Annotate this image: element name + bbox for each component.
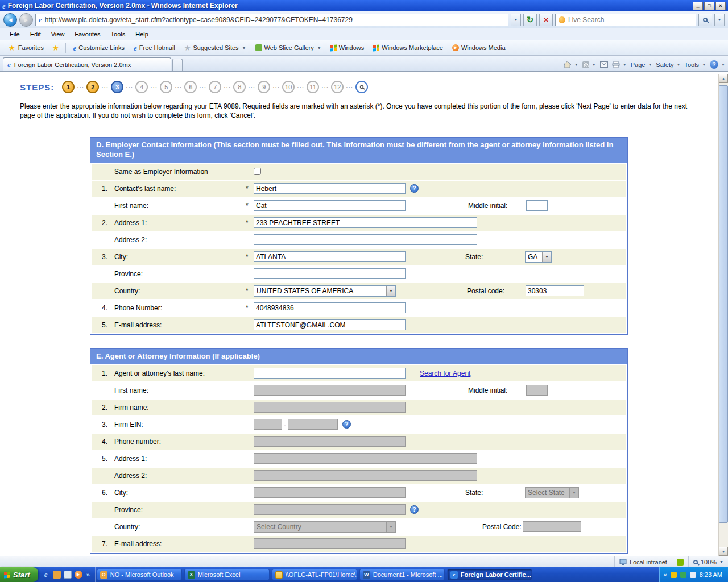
start-button[interactable]: Start xyxy=(0,567,38,582)
live-search-icon xyxy=(559,16,565,23)
tray-icon-3[interactable] xyxy=(690,572,696,578)
tray-expand-chevron[interactable]: « xyxy=(664,571,667,578)
form-row-agent-email: 7. E-mail address: xyxy=(92,536,626,552)
section-d-header: D. Employer Contact Information (This se… xyxy=(90,138,627,163)
required-asterisk: * xyxy=(246,202,254,210)
favorites-link-customize-links[interactable]: e Customize Links xyxy=(69,43,129,53)
search-go-button[interactable] xyxy=(698,14,712,26)
menu-help[interactable]: Help xyxy=(130,30,154,39)
favorites-link-windows-marketplace[interactable]: Windows Marketplace xyxy=(369,43,448,53)
menu-view[interactable]: View xyxy=(46,30,70,39)
step-separator xyxy=(150,84,158,90)
page-menu-button[interactable]: Page ▼ xyxy=(631,61,652,68)
home-button[interactable]: ▼ xyxy=(563,61,578,68)
tab-foreign-labor-certification[interactable]: e Foreign Labor Certification, Version 2… xyxy=(3,57,171,71)
tray-icon-2[interactable] xyxy=(680,572,686,578)
scrollbar-thumb[interactable] xyxy=(719,85,728,523)
taskbar-button-word[interactable]: W Document1 - Microsoft ... xyxy=(359,569,445,580)
address2-input[interactable] xyxy=(254,234,477,245)
help-icon[interactable]: ? xyxy=(410,184,419,193)
country-select[interactable]: UNITED STATES OF AMERICA ▼ xyxy=(254,285,396,297)
feeds-button[interactable]: ▼ xyxy=(582,61,596,68)
section-d-body: Same as Employer Information 1. Contact'… xyxy=(90,163,627,333)
tray-icon-1[interactable] xyxy=(671,572,677,578)
stop-button[interactable]: × xyxy=(539,14,553,26)
tools-menu-button[interactable]: Tools ▼ xyxy=(684,61,706,68)
safety-menu-button[interactable]: Safety ▼ xyxy=(656,61,680,68)
favorites-link-web-slice-gallery[interactable]: Web Slice Gallery ▼ xyxy=(251,43,326,53)
favorites-link-suggested-sites[interactable]: ★ Suggested Sites ▼ xyxy=(180,43,251,53)
forward-button[interactable]: ▶ xyxy=(19,13,33,27)
required-asterisk: * xyxy=(246,185,254,193)
taskbar-button-explorer-folder[interactable]: \\OFLC-ATL-FP01\Home\... xyxy=(272,569,357,580)
minimize-button[interactable]: _ xyxy=(693,2,703,10)
read-mail-button[interactable] xyxy=(600,61,608,68)
new-tab-button[interactable] xyxy=(172,59,183,71)
step-9: 9 xyxy=(258,81,270,93)
contact-first-name-input[interactable] xyxy=(254,200,406,211)
address-input[interactable]: e http://www.plc.doleta.gov/eta_start.cf… xyxy=(35,14,508,26)
search-dropdown-button[interactable]: ▼ xyxy=(714,14,725,26)
scroll-down-button[interactable]: ▼ xyxy=(719,547,728,556)
form-row-agent-phone: 4. Phone number: xyxy=(92,434,626,450)
chevron-down-icon: ▼ xyxy=(317,46,321,50)
menu-tools[interactable]: Tools xyxy=(106,30,131,39)
contact-last-name-input[interactable] xyxy=(254,183,406,194)
vertical-scrollbar[interactable]: ▲ ▼ xyxy=(718,74,728,556)
form-row-agent-address1: 5. Address 1: xyxy=(92,451,626,467)
firm-ein-prefix-input xyxy=(254,419,282,430)
favorites-link-windows[interactable]: Windows xyxy=(326,43,369,53)
show-desktop-icon[interactable] xyxy=(64,571,72,579)
back-button[interactable]: ◀ xyxy=(3,13,17,27)
row-number: 2. xyxy=(102,404,114,411)
favorites-link-free-hotmail[interactable]: e Free Hotmail xyxy=(129,43,180,53)
add-favorite-button[interactable]: ★ xyxy=(49,43,63,53)
same-as-employer-checkbox[interactable] xyxy=(254,168,261,175)
help-icon[interactable]: ? xyxy=(410,505,419,514)
task-label: Microsoft Excel xyxy=(198,571,241,578)
quick-launch-media-icon[interactable]: ▶ xyxy=(75,571,82,579)
scroll-up-button[interactable]: ▲ xyxy=(719,74,728,83)
middle-initial-input[interactable] xyxy=(526,200,548,211)
zoom-control[interactable]: 100% ▼ xyxy=(688,556,728,567)
task-label: Document1 - Microsoft ... xyxy=(373,571,443,578)
quick-launch-overflow-chevron[interactable]: » xyxy=(85,571,91,578)
agent-last-name-input[interactable] xyxy=(254,368,406,379)
postal-code-input[interactable] xyxy=(526,285,584,296)
help-menu-button[interactable]: ? ▼ xyxy=(710,60,725,69)
refresh-button[interactable]: ↻ xyxy=(523,14,537,26)
field-label: Middle initial: xyxy=(468,202,526,210)
email-input[interactable] xyxy=(254,319,406,330)
help-icon[interactable]: ? xyxy=(342,420,351,429)
quick-launch-mail-icon[interactable] xyxy=(53,571,61,579)
folder-icon xyxy=(275,571,283,579)
row-number: 1. xyxy=(102,185,114,193)
step-separator xyxy=(272,84,280,90)
taskbar-button-excel[interactable]: X Microsoft Excel xyxy=(184,569,270,580)
close-button[interactable]: × xyxy=(715,2,726,10)
search-for-agent-link[interactable]: Search for Agent xyxy=(420,369,470,377)
province-input[interactable] xyxy=(254,268,406,279)
menu-file[interactable]: File xyxy=(5,30,25,39)
favorites-link-windows-media[interactable]: ▶ Windows Media xyxy=(448,43,510,53)
phone-number-input[interactable] xyxy=(254,302,406,313)
quick-launch-ie-icon[interactable]: e xyxy=(42,571,50,579)
window-title: Foreign Labor Certification, Version 2.0… xyxy=(8,2,690,10)
taskbar-button-ie-active[interactable]: e Foreign Labor Certific... xyxy=(447,569,532,580)
state-select[interactable]: GA ▼ xyxy=(525,251,552,263)
search-input[interactable] xyxy=(568,16,693,24)
favorites-button[interactable]: ★ Favorites xyxy=(3,43,49,53)
restore-button[interactable]: □ xyxy=(704,2,714,10)
address-dropdown-button[interactable]: ▼ xyxy=(511,14,521,26)
form-row-agent-first-name: First name: Middle initial: xyxy=(92,383,626,398)
menu-favorites[interactable]: Favorites xyxy=(69,30,105,39)
address1-input[interactable] xyxy=(254,217,477,228)
field-label: City: xyxy=(114,253,246,261)
chevron-down-icon: ▼ xyxy=(386,522,395,532)
print-button[interactable]: ▼ xyxy=(612,61,627,68)
taskbar-button-outlook[interactable]: O NO - Microsoft Outlook xyxy=(97,569,182,580)
menu-edit[interactable]: Edit xyxy=(25,30,46,39)
ein-hyphen: - xyxy=(284,421,286,429)
city-input[interactable] xyxy=(254,251,406,262)
form-row-agent-last-name: 1. Agent or attorney's last name: Search… xyxy=(92,365,626,381)
